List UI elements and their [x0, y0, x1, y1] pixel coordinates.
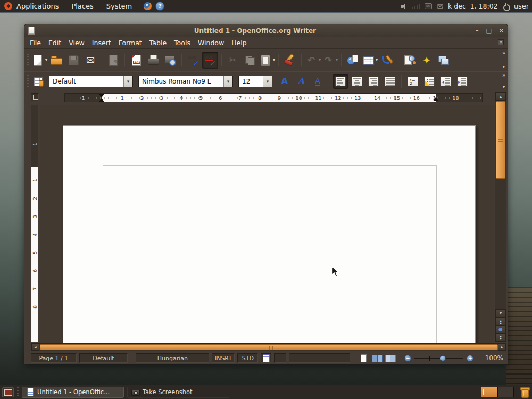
- menu-file[interactable]: File: [30, 39, 41, 47]
- vertical-scrollbar-thumb[interactable]: [496, 101, 505, 179]
- hyperlink-button[interactable]: [345, 52, 361, 69]
- edit-file-button[interactable]: ✎: [105, 52, 121, 69]
- panel-grip-icon[interactable]: ≡: [391, 3, 396, 10]
- undo-button[interactable]: ↶▾: [305, 52, 321, 69]
- page-style-indicator[interactable]: Default: [79, 353, 128, 363]
- redo-button[interactable]: ↷▾: [322, 52, 338, 69]
- copy-button[interactable]: [242, 52, 258, 69]
- menu-insert[interactable]: Insert: [92, 39, 111, 47]
- underline-button[interactable]: A: [310, 74, 325, 89]
- document-modified-indicator[interactable]: [261, 353, 271, 363]
- toolbar-overflow-button[interactable]: » ▾: [502, 51, 505, 69]
- maximize-button[interactable]: □: [486, 27, 491, 35]
- insert-mode-indicator[interactable]: INSRT: [212, 353, 235, 363]
- mail-icon[interactable]: ✉: [437, 3, 443, 10]
- menu-window[interactable]: Window: [198, 39, 224, 47]
- user-menu[interactable]: user: [514, 2, 529, 10]
- indent-marker-right[interactable]: [433, 97, 438, 101]
- gallery-button[interactable]: [436, 52, 452, 69]
- trash-icon[interactable]: [519, 386, 530, 398]
- info-indicator[interactable]: [289, 353, 350, 363]
- menu-help[interactable]: Help: [231, 39, 247, 47]
- menu-tools[interactable]: Tools: [174, 39, 190, 47]
- increase-indent-button[interactable]: ▸: [455, 74, 470, 89]
- find-replace-button[interactable]: [402, 52, 418, 69]
- help-launcher-icon[interactable]: ?: [155, 2, 164, 11]
- cut-button[interactable]: ✂: [225, 52, 241, 69]
- signature-indicator[interactable]: [274, 353, 286, 363]
- print-button[interactable]: [145, 52, 161, 69]
- scroll-left-icon[interactable]: ◂: [31, 344, 39, 351]
- italic-button[interactable]: A: [294, 74, 309, 89]
- justify-button[interactable]: [383, 74, 397, 89]
- scroll-down-icon[interactable]: ▾: [495, 309, 506, 317]
- toolbar-overflow-button[interactable]: » ▾: [502, 73, 505, 89]
- toolbar-handle[interactable]: [27, 54, 29, 66]
- export-pdf-button[interactable]: PDF: [128, 52, 144, 69]
- zoom-in-button[interactable]: +: [467, 355, 473, 362]
- combo-dropdown-icon[interactable]: ▾: [223, 76, 232, 87]
- menu-table[interactable]: Table: [149, 39, 167, 47]
- taskbar-task-screenshot[interactable]: Take Screenshot: [127, 387, 229, 398]
- show-desktop-icon[interactable]: [2, 387, 14, 397]
- email-button[interactable]: ✉: [82, 52, 98, 69]
- zoom-slider[interactable]: [414, 355, 463, 362]
- bullets-button[interactable]: [422, 74, 437, 89]
- navigator-button[interactable]: ✦: [419, 52, 435, 69]
- menu-edit[interactable]: Edit: [48, 39, 61, 47]
- previous-page-button[interactable]: ▴ ▴: [495, 318, 506, 326]
- volume-icon[interactable]: [401, 3, 408, 10]
- toolbar-handle[interactable]: [27, 75, 29, 88]
- menu-view[interactable]: View: [69, 39, 85, 47]
- clock[interactable]: k dec 1, 18:02: [448, 2, 498, 10]
- numbering-button[interactable]: 1— 2—: [405, 74, 420, 89]
- paragraph-style-combo[interactable]: Default ▾: [49, 76, 133, 87]
- horizontal-scrollbar-thumb[interactable]: [40, 344, 498, 350]
- align-right-button[interactable]: [366, 74, 381, 89]
- zoom-slider-thumb[interactable]: [440, 355, 446, 361]
- bold-button[interactable]: A: [277, 74, 292, 89]
- close-button[interactable]: ×: [499, 27, 504, 35]
- zoom-level[interactable]: 100%: [480, 354, 503, 362]
- multi-page-view-icon[interactable]: [371, 354, 382, 362]
- paste-button[interactable]: ▾: [259, 52, 275, 69]
- panel-menu-system[interactable]: System: [106, 2, 132, 10]
- panel-menu-applications[interactable]: Applications: [16, 2, 59, 10]
- display-icon[interactable]: [425, 3, 432, 9]
- font-size-combo[interactable]: 12 ▾: [238, 76, 272, 87]
- selection-mode-indicator[interactable]: STD: [237, 353, 258, 363]
- align-center-button[interactable]: [350, 74, 364, 89]
- zoom-out-button[interactable]: −: [404, 355, 411, 362]
- draw-functions-button[interactable]: [379, 52, 395, 69]
- scroll-up-icon[interactable]: ▴: [495, 93, 506, 101]
- single-page-view-icon[interactable]: [358, 354, 369, 362]
- indent-marker-left[interactable]: [99, 94, 104, 102]
- menu-format[interactable]: Format: [119, 39, 142, 47]
- workspace-2[interactable]: [497, 387, 514, 397]
- combo-dropdown-icon[interactable]: ▾: [263, 76, 272, 87]
- format-paintbrush-button[interactable]: [282, 52, 298, 69]
- vertical-scrollbar[interactable]: ▴ ▾: [495, 92, 506, 318]
- spellcheck-button[interactable]: ABC: [185, 52, 201, 69]
- page-indicator[interactable]: Page 1 / 1: [31, 353, 77, 363]
- save-button[interactable]: [65, 52, 81, 69]
- document-page[interactable]: [63, 125, 476, 343]
- document-view[interactable]: [40, 105, 494, 343]
- tab-stop-selector[interactable]: [31, 93, 39, 101]
- language-indicator[interactable]: Hungarian: [136, 353, 209, 363]
- firefox-launcher-icon[interactable]: [143, 2, 152, 11]
- minimize-button[interactable]: –: [476, 27, 479, 35]
- ubuntu-logo-icon[interactable]: [4, 2, 12, 10]
- open-button[interactable]: [48, 52, 64, 69]
- new-document-button[interactable]: ▾: [31, 52, 47, 69]
- navigation-button[interactable]: ●: [495, 326, 506, 334]
- styles-and-formatting-button[interactable]: [31, 74, 46, 89]
- align-left-button[interactable]: [333, 74, 348, 89]
- book-view-icon[interactable]: [385, 354, 395, 362]
- table-button[interactable]: ▾: [362, 52, 378, 69]
- power-icon[interactable]: [503, 3, 509, 10]
- panel-menu-places[interactable]: Places: [71, 2, 93, 10]
- close-document-icon[interactable]: ×: [498, 39, 504, 45]
- next-page-button[interactable]: ▾ ▾: [495, 334, 506, 342]
- decrease-indent-button[interactable]: ◂: [438, 74, 453, 89]
